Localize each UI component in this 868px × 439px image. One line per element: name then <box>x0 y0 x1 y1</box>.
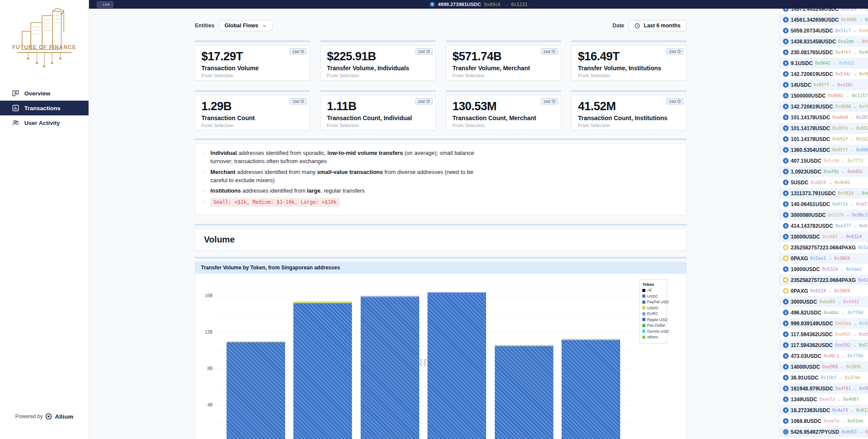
feed-transaction-row[interactable]: $1.0923USDC0xaf0c→0xb83c <box>779 166 868 177</box>
freshness-badge[interactable]: 19d <box>666 48 684 55</box>
legend-item[interactable]: USDG <box>642 306 664 310</box>
arrow-icon: → <box>850 148 854 152</box>
paxg-icon <box>783 277 789 283</box>
feed-transaction-row[interactable]: $414.143782USDC0xe377→0xb79d <box>779 220 868 231</box>
feed-transaction-row[interactable]: $1438.831458USDC0xa2de→0x0000 <box>779 36 868 47</box>
feed-transaction-row[interactable]: $117.594362USDC0xe592→0x5777 <box>779 340 868 351</box>
chart-bar[interactable] <box>427 292 486 439</box>
feed-transaction-row[interactable]: 0PAXG0x6324→0x3869 <box>779 285 868 296</box>
feed-transaction-row[interactable]: $5USDC0xd856→0x4e02 <box>779 177 868 188</box>
freshness-badge[interactable]: 19d <box>666 98 684 105</box>
feed-transaction-row[interactable]: $9.1USDC0x9642→0x6d32 <box>779 58 868 69</box>
legend-item[interactable]: Gemini USD <box>642 329 664 334</box>
metric-card: 19d$225.91BTransfer Volume, IndividualsF… <box>320 45 435 81</box>
feed-transaction-row[interactable]: 2352582757223.0664PAXG0x5ae1→0x3869 <box>779 242 868 253</box>
feed-transaction-row[interactable]: $161948.979USDC0xdf81→0x98c2 <box>779 383 868 394</box>
feed-transaction-row[interactable]: $18.272363USDC0x4a74→0x611c <box>779 405 868 416</box>
feed-from-address: 0xe377 <box>835 223 851 228</box>
y-axis-tick-label: 16B <box>196 293 213 298</box>
feed-transaction-row[interactable]: $10000USDC0x6324→0x5ae1 <box>779 264 868 275</box>
feed-from-address: 0x05ff <box>813 82 829 87</box>
legend-item[interactable]: PayPal USD <box>642 300 664 304</box>
sidebar-item-overview[interactable]: Overview <box>0 86 89 101</box>
feed-to-address: 0xa38c <box>837 82 853 87</box>
sidebar-item-transactions[interactable]: Transactions <box>0 101 89 115</box>
arrow-icon: → <box>853 224 857 228</box>
feed-transaction-row[interactable]: $496.82USDC0xabbc→0xf70d <box>779 307 868 318</box>
feed-transaction-row[interactable]: $142.720619USDC0x53dc→0x9008 <box>779 69 868 79</box>
legend-item[interactable]: EURC <box>642 311 664 316</box>
feed-amount: 117.594362USDC <box>791 331 833 337</box>
bullet-icon: ▪ <box>204 187 205 195</box>
feed-transaction-row[interactable]: $1311373.791USDC0xf819→0x6c37 <box>779 188 868 199</box>
feed-transaction-row[interactable]: $101.14178USDC0xe0e0→0x207e <box>779 112 868 123</box>
feed-to-address: 0x611c <box>856 408 868 413</box>
feed-transaction-row[interactable]: $36.91USDC0x15bf→0x37de <box>779 372 868 383</box>
feed-transaction-row[interactable]: 0PAXG0x5ae1→0x3869 <box>779 253 868 264</box>
usdc-icon: $ <box>783 353 789 359</box>
freshness-badge[interactable]: 19d <box>541 48 558 55</box>
chart-section: Transfer Volume by Token, from Singapore… <box>195 257 687 439</box>
feed-transaction-row[interactable]: $473.03USDC0x80c1→0xf70d <box>779 351 868 361</box>
feed-to-address: 0x207e <box>856 115 868 120</box>
feed-from-address: 0x4fbf <box>835 50 851 55</box>
feed-transaction-row[interactable]: $101.14178USDC0x207e→0xb92f <box>779 123 868 134</box>
freshness-badge[interactable]: 19d <box>415 48 433 55</box>
feed-transaction-row[interactable]: $1068.8USDC0xee7a→0x01ee <box>779 416 868 426</box>
freshness-badge-label: 19d <box>292 99 299 104</box>
chart-bar[interactable] <box>227 341 285 439</box>
feed-transaction-row[interactable]: $142.720619USDC0x9008→0xf08d <box>779 101 868 112</box>
feed-transaction-row[interactable]: $14000USDC0xe909→0x369c <box>779 361 868 372</box>
feed-transaction-row[interactable]: $230.081765USDC0x4fbf→0x4945 <box>779 47 868 58</box>
freshness-badge[interactable]: 19d <box>415 98 433 105</box>
metric-subtext: From Selection <box>453 73 555 78</box>
freshness-badge[interactable]: 19d <box>289 48 307 55</box>
feed-transaction-row[interactable]: $3000080USDC0x3270→0x98c2 <box>779 210 868 220</box>
ticker-to-address: 0x1231 <box>511 2 527 7</box>
sidebar-item-user-activity[interactable]: User Activity <box>0 115 89 130</box>
freshness-badge[interactable]: 19d <box>541 98 558 105</box>
allium-label: Allium <box>55 413 73 420</box>
feed-transaction-row[interactable]: $1500000USDC0x8002→0x1157 <box>779 90 868 101</box>
feed-transaction-row[interactable]: 2352582757223.0664PAXG0x6324→0x3869 <box>779 275 868 285</box>
metric-label: Transaction Count <box>201 115 303 121</box>
feed-transaction-row[interactable]: $10000USDC0xa987→0x6324 <box>779 231 868 242</box>
feed-transaction-row[interactable]: $5059.20734USDC0x51c7→0xe055 <box>779 25 868 36</box>
feed-transaction-row[interactable]: $14USDC0x05ff→0xa38c <box>779 79 868 90</box>
chart-bar[interactable] <box>562 339 620 439</box>
date-range-button[interactable]: Last 6 months <box>628 20 687 31</box>
feed-transaction-row[interactable]: $407.15USDC0x5c6b→0x7772 <box>779 155 868 166</box>
feed-transaction-row[interactable]: $140.06451USDC0x6f2e→0xbf19 <box>779 199 868 210</box>
legend-item[interactable]: Pax Dollar <box>642 323 664 328</box>
legend-item[interactable]: USDC <box>642 294 664 298</box>
section-title: Volume <box>204 235 677 245</box>
chart-bar[interactable] <box>495 345 553 439</box>
arrow-icon: → <box>833 61 837 66</box>
panel-strip <box>572 40 687 42</box>
feed-transaction-row[interactable]: $101.14178USDC0xb92f→0x2d72 <box>779 134 868 144</box>
feed-transaction-row[interactable]: $3000USDC0xbe65→0x4492 <box>779 296 868 307</box>
feed-transaction-row[interactable]: $14561.342659USDC0x9008→0x32c9 <box>779 14 868 25</box>
arrow-icon: → <box>853 29 857 33</box>
legend-item[interactable]: Ripple USD <box>642 318 664 322</box>
arrow-icon: → <box>846 94 850 98</box>
feed-transaction-row[interactable]: $117.594362USDC0xe055→0xe592 <box>779 329 868 340</box>
panel-strip <box>446 90 561 92</box>
entities-select[interactable]: Global Flows <box>219 20 273 31</box>
feed-to-address: 0x5777 <box>859 343 868 347</box>
freshness-badge-label: 19d <box>669 99 676 104</box>
legend-item[interactable]: All <box>642 288 664 292</box>
ticker[interactable]: $ 4999.273981USDC 0x89c6 → 0x1231 <box>430 2 528 7</box>
chart-bar[interactable] <box>361 296 419 439</box>
panel-strip <box>195 40 310 42</box>
sidebar-item-label: User Activity <box>24 120 60 126</box>
feed-transaction-row[interactable]: 5426.954927PYUSD0x8d51→0x97b9 <box>779 426 868 437</box>
live-badge[interactable]: · Live <box>97 1 113 8</box>
arrow-icon: → <box>840 365 844 369</box>
feed-transaction-row[interactable]: $1349USDC0xee7a→0x408f <box>779 394 868 405</box>
feed-transaction-row[interactable]: $999.939149USDC0x63ea→0x8c1e <box>779 318 868 329</box>
chart-bar[interactable] <box>293 301 352 439</box>
freshness-badge[interactable]: 19d <box>289 98 307 105</box>
feed-transaction-row[interactable]: $1360.5354USDC0x05ff→0x68b7 <box>779 144 868 155</box>
legend-item[interactable]: others <box>642 335 664 339</box>
